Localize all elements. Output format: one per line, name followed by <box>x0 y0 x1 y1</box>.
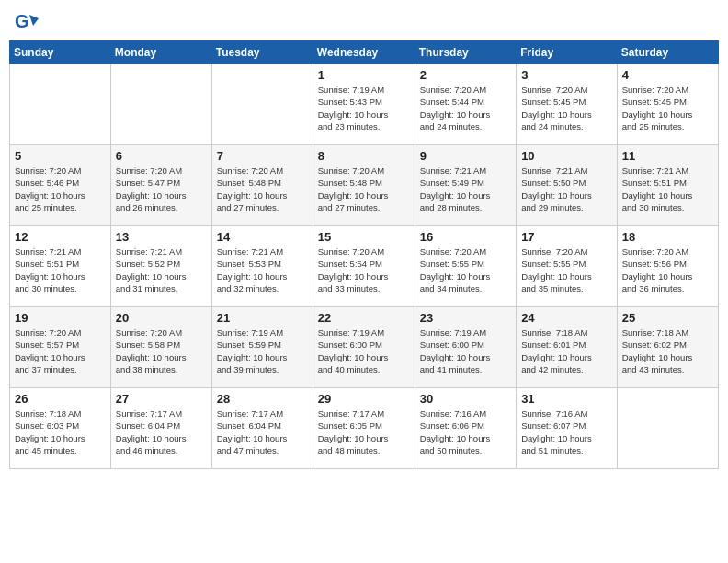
calendar-day-cell: 5Sunrise: 7:20 AM Sunset: 5:46 PM Daylig… <box>10 145 111 226</box>
empty-day-cell <box>211 64 313 145</box>
column-header-sunday: Sunday <box>10 41 111 64</box>
day-info: Sunrise: 7:19 AM Sunset: 6:00 PM Dayligh… <box>318 327 410 375</box>
day-info: Sunrise: 7:21 AM Sunset: 5:51 PM Dayligh… <box>15 246 106 294</box>
calendar-day-cell: 22Sunrise: 7:19 AM Sunset: 6:00 PM Dayli… <box>313 307 415 388</box>
day-number: 1 <box>318 68 410 82</box>
column-header-thursday: Thursday <box>415 41 516 64</box>
day-info: Sunrise: 7:21 AM Sunset: 5:51 PM Dayligh… <box>622 165 713 213</box>
empty-day-cell <box>617 388 718 469</box>
day-number: 6 <box>116 149 207 163</box>
day-number: 12 <box>15 230 106 244</box>
day-number: 13 <box>116 230 207 244</box>
calendar-day-cell: 9Sunrise: 7:21 AM Sunset: 5:49 PM Daylig… <box>415 145 516 226</box>
day-number: 3 <box>521 68 612 82</box>
day-info: Sunrise: 7:20 AM Sunset: 5:55 PM Dayligh… <box>420 246 511 294</box>
calendar-day-cell: 28Sunrise: 7:17 AM Sunset: 6:04 PM Dayli… <box>211 388 313 469</box>
day-info: Sunrise: 7:20 AM Sunset: 5:54 PM Dayligh… <box>318 246 410 294</box>
day-number: 25 <box>622 311 713 325</box>
day-number: 18 <box>622 230 713 244</box>
day-number: 17 <box>521 230 612 244</box>
svg-marker-1 <box>29 15 39 26</box>
calendar-table: SundayMondayTuesdayWednesdayThursdayFrid… <box>9 40 719 469</box>
day-info: Sunrise: 7:21 AM Sunset: 5:52 PM Dayligh… <box>116 246 207 294</box>
calendar-day-cell: 11Sunrise: 7:21 AM Sunset: 5:51 PM Dayli… <box>617 145 718 226</box>
calendar-day-cell: 10Sunrise: 7:21 AM Sunset: 5:50 PM Dayli… <box>517 145 618 226</box>
day-number: 4 <box>622 68 713 82</box>
day-info: Sunrise: 7:19 AM Sunset: 6:00 PM Dayligh… <box>420 327 511 375</box>
day-info: Sunrise: 7:19 AM Sunset: 5:43 PM Dayligh… <box>318 84 410 132</box>
day-info: Sunrise: 7:20 AM Sunset: 5:55 PM Dayligh… <box>521 246 612 294</box>
day-number: 14 <box>217 230 308 244</box>
calendar-day-cell: 20Sunrise: 7:20 AM Sunset: 5:58 PM Dayli… <box>110 307 211 388</box>
calendar-day-cell: 16Sunrise: 7:20 AM Sunset: 5:55 PM Dayli… <box>415 226 516 307</box>
calendar-day-cell: 19Sunrise: 7:20 AM Sunset: 5:57 PM Dayli… <box>10 307 111 388</box>
calendar-day-cell: 31Sunrise: 7:16 AM Sunset: 6:07 PM Dayli… <box>517 388 618 469</box>
calendar-day-cell: 26Sunrise: 7:18 AM Sunset: 6:03 PM Dayli… <box>10 388 111 469</box>
calendar-week-row: 1Sunrise: 7:19 AM Sunset: 5:43 PM Daylig… <box>10 64 719 145</box>
day-info: Sunrise: 7:17 AM Sunset: 6:04 PM Dayligh… <box>217 408 308 456</box>
day-number: 28 <box>217 392 308 406</box>
calendar-day-cell: 27Sunrise: 7:17 AM Sunset: 6:04 PM Dayli… <box>110 388 211 469</box>
column-header-monday: Monday <box>110 41 211 64</box>
logo-icon: G <box>13 9 39 35</box>
calendar-week-row: 12Sunrise: 7:21 AM Sunset: 5:51 PM Dayli… <box>10 226 719 307</box>
day-info: Sunrise: 7:20 AM Sunset: 5:48 PM Dayligh… <box>217 165 308 213</box>
calendar-day-cell: 13Sunrise: 7:21 AM Sunset: 5:52 PM Dayli… <box>110 226 211 307</box>
day-info: Sunrise: 7:21 AM Sunset: 5:50 PM Dayligh… <box>521 165 612 213</box>
day-number: 8 <box>318 149 410 163</box>
calendar-day-cell: 29Sunrise: 7:17 AM Sunset: 6:05 PM Dayli… <box>313 388 415 469</box>
day-info: Sunrise: 7:20 AM Sunset: 5:44 PM Dayligh… <box>420 84 511 132</box>
calendar-week-row: 5Sunrise: 7:20 AM Sunset: 5:46 PM Daylig… <box>10 145 719 226</box>
day-number: 16 <box>420 230 511 244</box>
calendar-day-cell: 21Sunrise: 7:19 AM Sunset: 5:59 PM Dayli… <box>211 307 313 388</box>
day-info: Sunrise: 7:20 AM Sunset: 5:56 PM Dayligh… <box>622 246 713 294</box>
day-number: 24 <box>521 311 612 325</box>
calendar-day-cell: 24Sunrise: 7:18 AM Sunset: 6:01 PM Dayli… <box>517 307 618 388</box>
day-info: Sunrise: 7:20 AM Sunset: 5:46 PM Dayligh… <box>15 165 106 213</box>
day-number: 26 <box>15 392 106 406</box>
day-number: 22 <box>318 311 410 325</box>
column-header-saturday: Saturday <box>617 41 718 64</box>
day-info: Sunrise: 7:20 AM Sunset: 5:47 PM Dayligh… <box>116 165 207 213</box>
calendar-day-cell: 25Sunrise: 7:18 AM Sunset: 6:02 PM Dayli… <box>617 307 718 388</box>
column-header-friday: Friday <box>517 41 618 64</box>
day-number: 11 <box>622 149 713 163</box>
calendar-week-row: 19Sunrise: 7:20 AM Sunset: 5:57 PM Dayli… <box>10 307 719 388</box>
day-info: Sunrise: 7:17 AM Sunset: 6:05 PM Dayligh… <box>318 408 410 456</box>
calendar-day-cell: 6Sunrise: 7:20 AM Sunset: 5:47 PM Daylig… <box>110 145 211 226</box>
day-number: 15 <box>318 230 410 244</box>
calendar-day-cell: 8Sunrise: 7:20 AM Sunset: 5:48 PM Daylig… <box>313 145 415 226</box>
day-info: Sunrise: 7:20 AM Sunset: 5:57 PM Dayligh… <box>15 327 106 375</box>
day-number: 23 <box>420 311 511 325</box>
logo: G <box>13 9 40 35</box>
day-info: Sunrise: 7:20 AM Sunset: 5:45 PM Dayligh… <box>622 84 713 132</box>
column-header-wednesday: Wednesday <box>313 41 415 64</box>
empty-day-cell <box>110 64 211 145</box>
day-info: Sunrise: 7:18 AM Sunset: 6:02 PM Dayligh… <box>622 327 713 375</box>
calendar-day-cell: 1Sunrise: 7:19 AM Sunset: 5:43 PM Daylig… <box>313 64 415 145</box>
calendar-day-cell: 30Sunrise: 7:16 AM Sunset: 6:06 PM Dayli… <box>415 388 516 469</box>
calendar-day-cell: 7Sunrise: 7:20 AM Sunset: 5:48 PM Daylig… <box>211 145 313 226</box>
calendar-day-cell: 18Sunrise: 7:20 AM Sunset: 5:56 PM Dayli… <box>617 226 718 307</box>
day-number: 30 <box>420 392 511 406</box>
day-number: 21 <box>217 311 308 325</box>
calendar-week-row: 26Sunrise: 7:18 AM Sunset: 6:03 PM Dayli… <box>10 388 719 469</box>
day-number: 20 <box>116 311 207 325</box>
svg-text:G: G <box>15 11 29 31</box>
day-info: Sunrise: 7:16 AM Sunset: 6:07 PM Dayligh… <box>521 408 612 456</box>
empty-day-cell <box>10 64 111 145</box>
day-info: Sunrise: 7:19 AM Sunset: 5:59 PM Dayligh… <box>217 327 308 375</box>
calendar-day-cell: 3Sunrise: 7:20 AM Sunset: 5:45 PM Daylig… <box>517 64 618 145</box>
day-number: 31 <box>521 392 612 406</box>
day-info: Sunrise: 7:18 AM Sunset: 6:01 PM Dayligh… <box>521 327 612 375</box>
calendar-day-cell: 23Sunrise: 7:19 AM Sunset: 6:00 PM Dayli… <box>415 307 516 388</box>
page-header: G <box>9 9 719 35</box>
calendar-day-cell: 15Sunrise: 7:20 AM Sunset: 5:54 PM Dayli… <box>313 226 415 307</box>
day-info: Sunrise: 7:20 AM Sunset: 5:58 PM Dayligh… <box>116 327 207 375</box>
calendar-day-cell: 14Sunrise: 7:21 AM Sunset: 5:53 PM Dayli… <box>211 226 313 307</box>
day-info: Sunrise: 7:20 AM Sunset: 5:45 PM Dayligh… <box>521 84 612 132</box>
day-number: 27 <box>116 392 207 406</box>
day-number: 10 <box>521 149 612 163</box>
calendar-header-row: SundayMondayTuesdayWednesdayThursdayFrid… <box>10 41 719 64</box>
calendar-day-cell: 12Sunrise: 7:21 AM Sunset: 5:51 PM Dayli… <box>10 226 111 307</box>
